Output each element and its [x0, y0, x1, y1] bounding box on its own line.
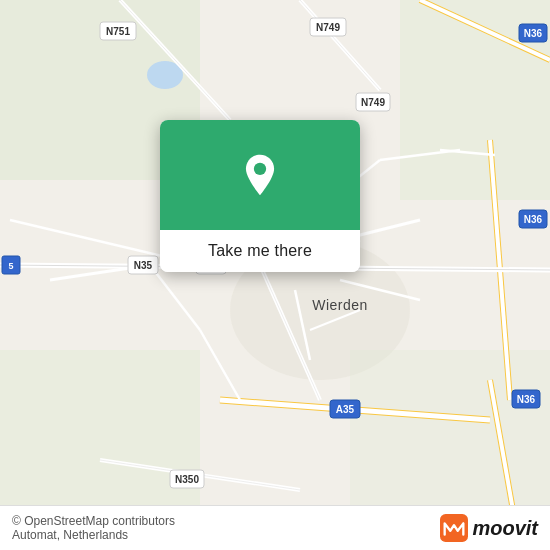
svg-text:N350: N350 — [175, 474, 199, 485]
svg-text:N35: N35 — [134, 260, 153, 271]
svg-text:N751: N751 — [106, 26, 130, 37]
attribution: © OpenStreetMap contributors — [12, 514, 175, 528]
popup-header — [160, 120, 360, 230]
svg-text:A35: A35 — [336, 404, 355, 415]
svg-text:N749: N749 — [316, 22, 340, 33]
svg-point-62 — [254, 163, 266, 175]
svg-text:N36: N36 — [517, 394, 536, 405]
svg-text:N749: N749 — [361, 97, 385, 108]
bottom-info: © OpenStreetMap contributors Automat, Ne… — [12, 514, 175, 542]
svg-text:5: 5 — [8, 261, 13, 271]
svg-text:N36: N36 — [524, 28, 543, 39]
moovit-icon — [440, 514, 468, 542]
svg-text:N36: N36 — [524, 214, 543, 225]
moovit-logo: moovit — [440, 514, 538, 542]
take-me-there-button[interactable]: Take me there — [160, 230, 360, 272]
map-roads: N751 N749 N36 N36 N36 5 N35 N35 A35 N350… — [0, 0, 550, 550]
bottom-bar: © OpenStreetMap contributors Automat, Ne… — [0, 505, 550, 550]
svg-text:Wierden: Wierden — [312, 297, 368, 313]
map-container: N751 N749 N36 N36 N36 5 N35 N35 A35 N350… — [0, 0, 550, 550]
location-popup: Take me there — [160, 120, 360, 272]
location-label: Automat, Netherlands — [12, 528, 175, 542]
location-pin-icon — [238, 153, 282, 197]
moovit-brand-text: moovit — [472, 517, 538, 540]
